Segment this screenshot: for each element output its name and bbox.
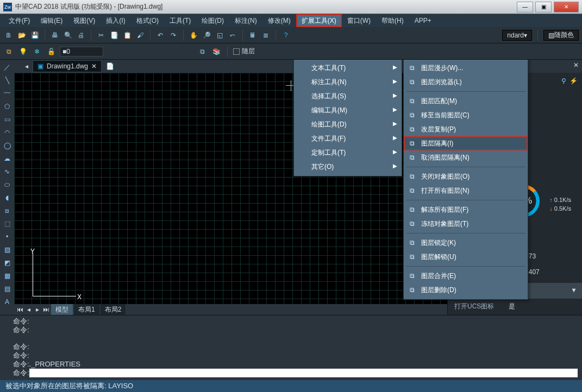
pickadd-icon[interactable]: ⚡ bbox=[570, 77, 578, 85]
preview-icon[interactable]: 🔍 bbox=[62, 30, 73, 41]
menu-edit[interactable]: 编辑(E) bbox=[35, 14, 68, 27]
close-tab-icon[interactable]: ✕ bbox=[91, 62, 97, 70]
calc-icon[interactable]: 🖩 bbox=[247, 30, 258, 41]
revcloud-icon[interactable]: ☁ bbox=[2, 153, 12, 164]
insert-icon[interactable]: ⧈ bbox=[2, 205, 12, 216]
menu-draw[interactable]: 绘图(D) bbox=[196, 14, 229, 27]
menu-tools[interactable]: 工具(T) bbox=[164, 14, 196, 27]
layout-first-icon[interactable]: ⏮ bbox=[16, 305, 24, 314]
new-icon[interactable]: 🗎 bbox=[3, 30, 14, 41]
ext-menu-item[interactable]: 编辑工具(M)▶ bbox=[294, 103, 402, 117]
redo-icon[interactable]: ↷ bbox=[168, 30, 179, 41]
menu-extended[interactable]: 扩展工具(X) bbox=[296, 14, 342, 27]
layer-menu-item[interactable]: ⧉解冻所有图层(F) bbox=[404, 203, 528, 217]
layer-menu-item[interactable]: ⧉取消图层隔离(N) bbox=[404, 150, 528, 165]
paste-icon[interactable]: 📋 bbox=[122, 30, 133, 41]
publish-icon[interactable]: 🖨 bbox=[76, 30, 86, 41]
ext-menu-item[interactable]: 绘图工具(D)▶ bbox=[294, 117, 402, 131]
quick-select-icon[interactable]: ⚲ bbox=[561, 77, 566, 85]
layer-menu-item[interactable]: ⧉关闭对象图层(O) bbox=[404, 169, 528, 184]
mtext-icon[interactable]: A bbox=[2, 296, 12, 307]
ext-menu-item[interactable]: 选择工具(S)▶ bbox=[294, 89, 402, 103]
pline-icon[interactable]: 〰 bbox=[2, 88, 12, 99]
props-icon[interactable]: ≣ bbox=[260, 30, 271, 41]
maximize-button[interactable]: ▣ bbox=[535, 2, 552, 12]
panel-close-icon[interactable]: ✕ bbox=[573, 61, 579, 69]
layer-freeze-icon[interactable]: ❄ bbox=[32, 46, 42, 57]
ext-menu-item[interactable]: 标注工具(N)▶ bbox=[294, 75, 402, 89]
copy-icon[interactable]: 📑 bbox=[109, 30, 120, 41]
ellipse-icon[interactable]: ⬭ bbox=[2, 179, 12, 190]
layer-prev-icon[interactable]: ⧉ bbox=[197, 46, 208, 57]
layer-menu-item[interactable]: ⧉冻结对象图层(T) bbox=[404, 217, 528, 231]
close-button[interactable]: ✕ bbox=[554, 2, 579, 12]
print-icon[interactable]: 🖶 bbox=[49, 30, 60, 41]
layer-menu-item[interactable]: ⧉图层锁定(K) bbox=[404, 236, 528, 250]
zoom-prev-icon[interactable]: ⤺ bbox=[227, 30, 238, 41]
layer-states-icon[interactable]: 📚 bbox=[211, 46, 222, 57]
minimize-button[interactable]: — bbox=[517, 2, 533, 12]
spline-icon[interactable]: ∿ bbox=[2, 166, 12, 177]
ext-menu-item[interactable]: 文本工具(T)▶ bbox=[294, 61, 402, 75]
polygon-icon[interactable]: ⬠ bbox=[2, 101, 12, 112]
style-combo[interactable]: ndard ▾ bbox=[502, 30, 532, 41]
menu-file[interactable]: 文件(F) bbox=[3, 14, 35, 27]
menu-modify[interactable]: 修改(M) bbox=[262, 14, 296, 27]
rect-icon[interactable]: ▭ bbox=[2, 114, 12, 125]
layout-last-icon[interactable]: ⏭ bbox=[42, 305, 50, 314]
tab-scroll-left-icon[interactable]: ◂ bbox=[25, 62, 28, 70]
ext-menu-item[interactable]: 文件工具(F)▶ bbox=[294, 131, 402, 146]
layout-tab-2[interactable]: 布局2 bbox=[101, 304, 126, 315]
layer-lock-icon[interactable]: 🔓 bbox=[46, 46, 57, 57]
table-icon[interactable]: ▤ bbox=[2, 283, 12, 294]
layout-tab-1[interactable]: 布局1 bbox=[74, 304, 99, 315]
arc-icon[interactable]: ◠ bbox=[2, 127, 12, 138]
layer-menu-item[interactable]: ⧉图层合并(E) bbox=[404, 269, 528, 283]
layer-menu-item[interactable]: ⧉图层隔离(I) bbox=[404, 136, 528, 150]
layer-menu-item[interactable]: ⧉改层复制(P) bbox=[404, 122, 528, 136]
hatch-icon[interactable]: ▨ bbox=[2, 244, 12, 255]
command-input[interactable] bbox=[29, 369, 578, 377]
line-icon[interactable]: ／ bbox=[2, 62, 12, 73]
match-icon[interactable]: 🖌 bbox=[135, 30, 146, 41]
cut-icon[interactable]: ✂ bbox=[96, 30, 107, 41]
gradient-icon[interactable]: ◩ bbox=[2, 257, 12, 268]
layer-menu-item[interactable]: ⧉移至当前图层(C) bbox=[404, 108, 528, 122]
layout-next-icon[interactable]: ▸ bbox=[34, 305, 41, 314]
layer-menu-item[interactable]: ⧉图层匹配(M) bbox=[404, 94, 528, 108]
layer-menu-item[interactable]: ⧉图层解锁(U) bbox=[404, 250, 528, 264]
layer-menu-item[interactable]: ⧉图层浏览器(L) bbox=[404, 75, 528, 89]
ext-menu-item[interactable]: 其它(O)▶ bbox=[294, 160, 402, 174]
document-tab[interactable]: ▣ Drawing1.dwg ✕ bbox=[33, 60, 102, 72]
layer-menu-item[interactable]: ⧉打开所有图层(N) bbox=[404, 184, 528, 198]
menu-view[interactable]: 视图(V) bbox=[68, 14, 101, 27]
block-icon[interactable]: ⬚ bbox=[2, 218, 12, 229]
menu-appplus[interactable]: APP+ bbox=[409, 14, 437, 27]
layer-menu-item[interactable]: ⧉图层删除(D) bbox=[404, 283, 528, 297]
menu-format[interactable]: 格式(O) bbox=[131, 14, 164, 27]
pan-icon[interactable]: ✋ bbox=[188, 30, 199, 41]
layer-menu-item[interactable]: ⧉图层漫步(W)... bbox=[404, 61, 528, 75]
layer-on-icon[interactable]: 💡 bbox=[17, 46, 28, 57]
open-icon[interactable]: 📂 bbox=[16, 30, 27, 41]
layout-tab-model[interactable]: 模型 bbox=[51, 304, 73, 315]
xline-icon[interactable]: ╲ bbox=[2, 75, 12, 86]
new-tab-icon[interactable]: 📄 bbox=[106, 62, 114, 70]
ext-menu-item[interactable]: 定制工具(T)▶ bbox=[294, 146, 402, 160]
zoom-rt-icon[interactable]: 🔎 bbox=[201, 30, 212, 41]
zoom-win-icon[interactable]: ◱ bbox=[214, 30, 225, 41]
help-icon[interactable]: ? bbox=[280, 30, 291, 41]
save-icon[interactable]: 💾 bbox=[29, 30, 40, 41]
layout-prev-icon[interactable]: ◂ bbox=[25, 305, 33, 314]
menu-insert[interactable]: 插入(I) bbox=[101, 14, 130, 27]
color-combo[interactable]: ▧ 随颜色 bbox=[543, 30, 579, 41]
circle-icon[interactable]: ◯ bbox=[2, 140, 12, 151]
menu-window[interactable]: 窗口(W) bbox=[342, 14, 376, 27]
region-icon[interactable]: ▦ bbox=[2, 270, 12, 281]
layer-manager-icon[interactable]: ⧉ bbox=[3, 46, 14, 57]
current-layer-field[interactable]: ■ 0 bbox=[60, 47, 103, 56]
menu-dim[interactable]: 标注(N) bbox=[229, 14, 262, 27]
ellipsearc-icon[interactable]: ◖ bbox=[2, 192, 12, 203]
undo-icon[interactable]: ↶ bbox=[155, 30, 166, 41]
point-icon[interactable]: • bbox=[2, 231, 12, 242]
